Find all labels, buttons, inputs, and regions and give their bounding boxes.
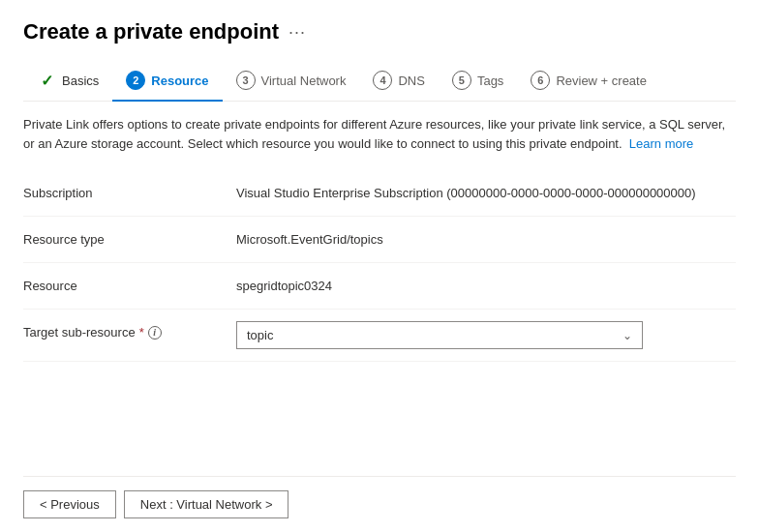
- step-circle-tags: 5: [452, 71, 471, 90]
- step-circle-dns: 4: [373, 71, 392, 90]
- wizard-step-dns[interactable]: 4 DNS: [359, 63, 438, 102]
- page-title: Create a private endpoint: [23, 19, 279, 44]
- dropdown-value: topic: [247, 328, 273, 342]
- step-label-dns: DNS: [398, 74, 424, 88]
- step-circle-virtual-network: 3: [236, 71, 256, 90]
- step-circle-review-create: 6: [531, 71, 550, 90]
- previous-button[interactable]: < Previous: [23, 490, 116, 518]
- target-sub-resource-dropdown[interactable]: topic ⌄: [236, 321, 643, 349]
- subscription-label: Subscription: [23, 182, 236, 200]
- step-circle-resource: 2: [126, 71, 145, 90]
- step-label-tags: Tags: [477, 74, 503, 88]
- required-indicator: *: [139, 325, 144, 340]
- learn-more-link[interactable]: Learn more: [629, 136, 693, 151]
- bottom-nav: < Previous Next : Virtual Network >: [23, 476, 736, 532]
- resource-row: Resource spegridtopic0324: [23, 263, 736, 310]
- resource-type-row: Resource type Microsoft.EventGrid/topics: [23, 217, 736, 263]
- chevron-down-icon: ⌄: [622, 329, 632, 342]
- resource-label: Resource: [23, 275, 236, 293]
- wizard-nav: ✓ Basics 2 Resource 3 Virtual Network 4 …: [23, 62, 736, 102]
- wizard-step-resource[interactable]: 2 Resource: [112, 63, 222, 102]
- wizard-step-tags[interactable]: 5 Tags: [439, 63, 517, 102]
- step-label-review-create: Review + create: [556, 74, 647, 88]
- step-check-basics: ✓: [37, 71, 56, 90]
- target-sub-resource-dropdown-container: topic ⌄: [236, 321, 643, 349]
- step-label-resource: Resource: [151, 74, 208, 88]
- ellipsis-menu-icon[interactable]: ···: [288, 22, 306, 43]
- step-label-virtual-network: Virtual Network: [261, 74, 347, 88]
- wizard-step-basics[interactable]: ✓ Basics: [23, 63, 112, 102]
- resource-value: spegridtopic0324: [236, 275, 736, 293]
- subscription-value: Visual Studio Enterprise Subscription (0…: [236, 182, 736, 200]
- step-label-basics: Basics: [62, 74, 99, 88]
- next-button[interactable]: Next : Virtual Network >: [124, 490, 289, 518]
- info-text: Private Link offers options to create pr…: [23, 115, 736, 153]
- resource-type-label: Resource type: [23, 228, 236, 247]
- target-sub-resource-row: Target sub-resource * i topic ⌄: [23, 310, 736, 362]
- wizard-step-virtual-network[interactable]: 3 Virtual Network: [223, 63, 360, 102]
- resource-form: Subscription Visual Studio Enterprise Su…: [23, 170, 736, 362]
- target-sub-resource-info-icon[interactable]: i: [148, 326, 162, 340]
- wizard-step-review-create[interactable]: 6 Review + create: [517, 63, 660, 102]
- target-sub-resource-label: Target sub-resource * i: [23, 321, 236, 340]
- resource-type-value: Microsoft.EventGrid/topics: [236, 228, 736, 247]
- subscription-row: Subscription Visual Studio Enterprise Su…: [23, 170, 736, 217]
